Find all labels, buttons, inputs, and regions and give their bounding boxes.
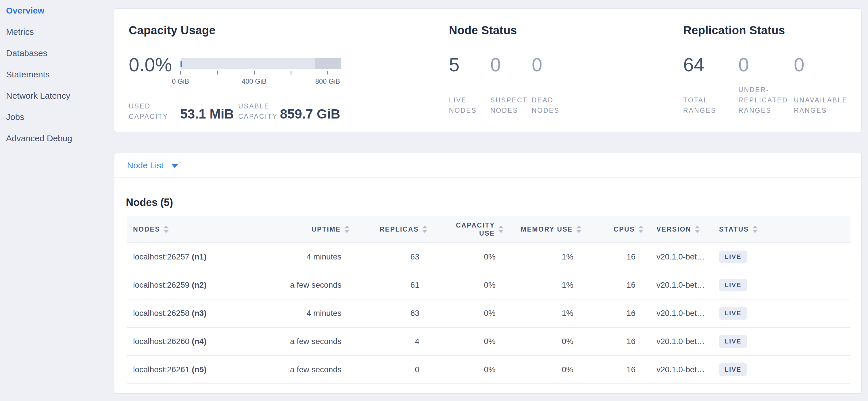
sort-icon [344, 226, 350, 233]
gauge-tick [290, 71, 291, 75]
memory-use-cell: 1% [504, 281, 582, 290]
sidebar-item-overview[interactable]: Overview [6, 0, 114, 21]
table-row-n2[interactable]: localhost:26259(n2) a few seconds 61 0% … [127, 271, 850, 299]
live-nodes-label: LIVE NODES [449, 95, 477, 116]
sort-icon [694, 226, 701, 233]
sort-icon [422, 226, 428, 233]
column-header-cpus[interactable]: CPUS [582, 226, 644, 233]
column-header-label: UPTIME [312, 226, 341, 233]
replicas-cell: 61 [350, 281, 428, 290]
capacity-use-cell: 0% [428, 309, 504, 318]
node-address[interactable]: localhost:26257 [133, 252, 189, 261]
sidebar-item-statements[interactable]: Statements [6, 64, 114, 85]
column-header-status[interactable]: STATUS [714, 226, 850, 233]
uptime-cell: a few seconds [279, 281, 350, 290]
column-header-capacity-use[interactable]: CAPACITY USE [428, 221, 504, 237]
live-nodes-count: 5 [449, 54, 460, 76]
version-cell: v20.1.0-bet… [644, 252, 714, 261]
used-capacity-value: 53.1 MiB [180, 106, 234, 122]
table-row-n1[interactable]: localhost:26257(n1) 4 minutes 63 0% 1% 1… [127, 243, 850, 271]
gauge-tick [217, 71, 218, 75]
used-capacity-label: USED CAPACITY [129, 101, 168, 122]
status-badge: LIVE [719, 363, 747, 376]
capacity-use-cell: 0% [428, 281, 504, 290]
column-header-label: CAPACITY USE [456, 221, 495, 237]
sidebar-item-network-latency[interactable]: Network Latency [6, 85, 114, 107]
column-header-label: MEMORY USE [521, 226, 573, 233]
node-address[interactable]: localhost:26261 [133, 365, 189, 374]
cluster-summary-card: Capacity Usage 0.0% 0 GiB 400 GiB 800 Gi… [114, 8, 862, 132]
table-row-n4[interactable]: localhost:26260(n4) a few seconds 4 0% 0… [127, 328, 850, 356]
capacity-usage-title: Capacity Usage [129, 24, 216, 37]
column-header-uptime[interactable]: UPTIME [279, 226, 350, 233]
status-badge: LIVE [719, 335, 747, 348]
node-id: (n5) [192, 365, 206, 374]
replication-status-title: Replication Status [683, 24, 785, 37]
version-cell: v20.1.0-bet… [644, 365, 714, 374]
memory-use-cell: 0% [504, 365, 582, 374]
sidebar-item-advanced-debug[interactable]: Advanced Debug [6, 128, 114, 149]
memory-use-cell: 1% [504, 252, 582, 261]
node-list-card: Node List Nodes (5) NODES UPTIME [114, 153, 862, 394]
gauge-tick [328, 71, 328, 75]
table-row-n3[interactable]: localhost:26258(n3) 4 minutes 63 0% 1% 1… [127, 299, 850, 328]
under-replicated-count: 0 [738, 54, 749, 76]
node-id: (n4) [192, 337, 206, 346]
column-header-version[interactable]: VERSION [644, 226, 714, 233]
status-badge: LIVE [719, 307, 747, 320]
node-status-title: Node Status [449, 24, 517, 37]
column-header-nodes[interactable]: NODES [127, 226, 279, 233]
version-cell: v20.1.0-bet… [644, 337, 714, 346]
capacity-use-cell: 0% [428, 252, 504, 261]
cpus-cell: 16 [582, 281, 644, 290]
status-badge: LIVE [719, 251, 747, 263]
node-id: (n3) [192, 309, 206, 318]
column-header-replicas[interactable]: REPLICAS [350, 226, 428, 233]
unavailable-ranges-count: 0 [794, 54, 804, 76]
version-cell: v20.1.0-bet… [644, 309, 714, 318]
sidebar-item-jobs[interactable]: Jobs [6, 107, 114, 128]
sort-icon [638, 226, 644, 233]
uptime-cell: a few seconds [279, 365, 350, 374]
suspect-nodes-count: 0 [490, 54, 501, 76]
capacity-use-cell: 0% [428, 337, 504, 346]
uptime-cell: a few seconds [279, 337, 350, 346]
capacity-usage-percent: 0.0% [129, 54, 172, 76]
sort-icon [576, 226, 582, 233]
column-header-label: NODES [133, 226, 160, 233]
sidebar-item-databases[interactable]: Databases [6, 42, 114, 64]
replicas-cell: 4 [350, 337, 428, 346]
sort-icon [752, 226, 758, 233]
replicas-cell: 63 [350, 252, 428, 261]
replicas-cell: 0 [350, 365, 428, 374]
gauge-axis-label-0: 0 GiB [157, 77, 204, 85]
sidebar-item-metrics[interactable]: Metrics [6, 21, 114, 42]
unavailable-ranges-label: UNAVAILABLE RANGES [794, 95, 847, 116]
gauge-axis-label-800: 800 GiB [305, 77, 351, 85]
column-header-label: STATUS [719, 226, 749, 233]
cpus-cell: 16 [582, 309, 644, 318]
uptime-cell: 4 minutes [279, 309, 350, 318]
capacity-use-cell: 0% [428, 365, 504, 374]
capacity-gauge-other-segment [315, 58, 341, 69]
status-badge: LIVE [719, 279, 747, 291]
under-replicated-label: UNDER- REPLICATED RANGES [738, 85, 788, 116]
gauge-axis-label-400: 400 GiB [231, 77, 277, 85]
nodes-table-header: NODES UPTIME REPLICAS CAPACITY USE [127, 216, 850, 243]
capacity-gauge [181, 58, 341, 69]
uptime-cell: 4 minutes [279, 252, 350, 261]
total-ranges-label: TOTAL RANGES [683, 95, 716, 116]
node-list-dropdown-label: Node List [127, 161, 163, 170]
dead-nodes-label: DEAD NODES [532, 95, 560, 116]
node-address[interactable]: localhost:26260 [133, 337, 189, 346]
column-header-label: REPLICAS [380, 226, 419, 233]
column-header-memory-use[interactable]: MEMORY USE [504, 226, 582, 233]
usable-capacity-label: USABLE CAPACITY [238, 101, 278, 122]
table-row-n5[interactable]: localhost:26261(n5) a few seconds 0 0% 0… [127, 356, 850, 384]
node-address[interactable]: localhost:26259 [133, 281, 189, 290]
cpus-cell: 16 [582, 337, 644, 346]
node-list-dropdown[interactable]: Node List [114, 153, 861, 178]
suspect-nodes-label: SUSPECT NODES [490, 95, 528, 116]
column-header-label: CPUS [614, 226, 635, 233]
node-address[interactable]: localhost:26258 [133, 309, 189, 318]
